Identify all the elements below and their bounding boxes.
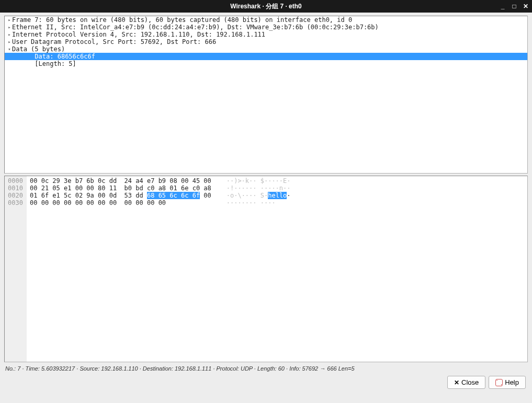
hex-selection: 68 65 6c 6c 6f xyxy=(147,192,200,199)
hex-offset: 0030 xyxy=(8,199,25,206)
tree-row[interactable]: ▾Data (5 bytes) xyxy=(5,45,527,53)
tree-row-text: Internet Protocol Version 4, Src: 192.16… xyxy=(12,31,265,38)
tree-row[interactable]: ▸Frame 7: 60 bytes on wire (480 bits), 6… xyxy=(5,16,527,24)
ascii-selection: hello xyxy=(268,192,287,199)
hex-ascii: ········ ···· xyxy=(227,199,276,206)
hex-content: 00 0c 29 3e b7 6b 0c dd 24 a4 e7 b9 08 0… xyxy=(27,176,527,362)
hex-offset: 0020 xyxy=(8,192,25,199)
expander-closed-icon[interactable]: ▸ xyxy=(7,17,12,22)
tree-row[interactable]: ▸User Datagram Protocol, Src Port: 57692… xyxy=(5,38,527,45)
tree-row-text: User Datagram Protocol, Src Port: 57692,… xyxy=(12,38,216,45)
status-bar: No.: 7 · Time: 5.603932217 · Source: 192… xyxy=(4,364,528,374)
dialog-button-row: ✕ Close Help xyxy=(4,376,528,389)
packet-details-tree[interactable]: ▸Frame 7: 60 bytes on wire (480 bits), 6… xyxy=(4,16,528,174)
maximize-icon[interactable]: □ xyxy=(510,2,518,10)
expander-closed-icon[interactable]: ▸ xyxy=(7,25,12,30)
tree-row[interactable]: [Length: 5] xyxy=(5,60,527,67)
expander-open-icon[interactable]: ▾ xyxy=(7,47,12,52)
hex-line[interactable]: 01 6f e1 5c 02 9a 00 0d 53 dd 68 65 6c 6… xyxy=(30,192,524,199)
hex-line[interactable]: 00 00 00 00 00 00 00 00 00 00 00 00 ····… xyxy=(30,199,524,206)
hex-ascii: ·o·\···· S·hello· xyxy=(227,192,291,199)
hex-bytes: 00 00 00 00 00 00 00 00 00 00 00 00 xyxy=(30,199,215,206)
close-button[interactable]: ✕ Close xyxy=(447,376,485,389)
close-icon[interactable]: ✕ xyxy=(522,2,530,10)
close-x-icon: ✕ xyxy=(454,379,459,386)
packet-bytes-pane[interactable]: 0000001000200030 00 0c 29 3e b7 6b 0c dd… xyxy=(4,176,528,362)
tree-row[interactable]: ▸Ethernet II, Src: IntelCor_a4:e7:b9 (0c… xyxy=(5,24,527,31)
tree-row-text: Data: 68656c6c6f xyxy=(12,53,95,60)
hex-ascii: ·!······ ·····n·· xyxy=(227,185,291,192)
hex-bytes: 00 0c 29 3e b7 6b 0c dd 24 a4 e7 b9 08 0… xyxy=(30,177,215,185)
window-controls: _ □ ✕ xyxy=(499,2,530,10)
minimize-icon[interactable]: _ xyxy=(499,2,507,10)
hex-line[interactable]: 00 21 05 e1 00 00 80 11 b0 bd c0 a8 01 6… xyxy=(30,185,524,192)
tree-row[interactable]: Data: 68656c6c6f xyxy=(5,53,527,60)
hex-bytes: 01 6f e1 5c 02 9a 00 0d 53 dd 68 65 6c 6… xyxy=(30,192,215,199)
window-title: Wireshark · 分组 7 · eth0 xyxy=(230,2,302,11)
titlebar: Wireshark · 分组 7 · eth0 _ □ ✕ xyxy=(0,0,532,13)
hex-offsets-column: 0000001000200030 xyxy=(5,176,27,362)
expander-closed-icon[interactable]: ▸ xyxy=(7,39,12,44)
help-button-label: Help xyxy=(505,378,519,386)
help-icon xyxy=(495,379,503,386)
tree-row-text: [Length: 5] xyxy=(12,60,76,67)
tree-row-text: Data (5 bytes) xyxy=(12,45,65,53)
hex-bytes: 00 21 05 e1 00 00 80 11 b0 bd c0 a8 01 6… xyxy=(30,185,215,192)
tree-row-text: Ethernet II, Src: IntelCor_a4:e7:b9 (0c:… xyxy=(12,24,379,31)
window-body: ▸Frame 7: 60 bytes on wire (480 bits), 6… xyxy=(0,13,532,403)
tree-row[interactable]: ▸Internet Protocol Version 4, Src: 192.1… xyxy=(5,31,527,38)
tree-row-text: Frame 7: 60 bytes on wire (480 bits), 60… xyxy=(12,16,352,24)
hex-line[interactable]: 00 0c 29 3e b7 6b 0c dd 24 a4 e7 b9 08 0… xyxy=(30,177,524,185)
hex-offset: 0010 xyxy=(8,185,25,192)
hex-offset: 0000 xyxy=(8,177,25,185)
close-button-label: Close xyxy=(461,378,479,386)
expander-closed-icon[interactable]: ▸ xyxy=(7,32,12,37)
help-button[interactable]: Help xyxy=(489,376,526,389)
hex-ascii: ··)>·k·· $·····E· xyxy=(227,177,291,185)
